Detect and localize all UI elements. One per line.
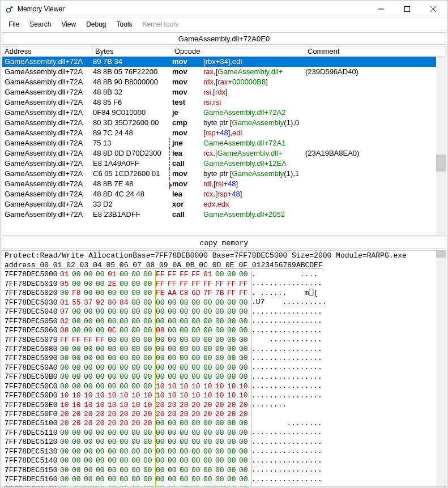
hex-byte[interactable]: 20 [156, 401, 168, 410]
hex-byte[interactable]: 00 [156, 298, 168, 307]
hex-byte[interactable]: 20 [227, 401, 239, 410]
hex-byte[interactable]: 20 [180, 410, 191, 419]
hex-byte[interactable]: 10 [143, 401, 155, 410]
hex-byte[interactable]: 00 [215, 429, 227, 438]
hex-byte[interactable]: FF [156, 280, 168, 289]
hex-byte[interactable]: FF [180, 280, 191, 289]
hex-byte[interactable]: 00 [84, 363, 96, 373]
hex-row[interactable]: 7FF78DEC5130 00 00 00 00 00 00 00 00 00 … [5, 447, 443, 456]
hex-byte[interactable]: 00 [60, 363, 72, 373]
hex-byte[interactable]: 00 [156, 456, 168, 465]
hex-byte[interactable]: 00 [131, 447, 143, 456]
hex-byte[interactable]: 0C [108, 326, 120, 335]
hex-byte[interactable]: 20 [215, 401, 227, 410]
hex-byte[interactable]: 00 [180, 326, 191, 335]
hex-byte[interactable]: 20 [72, 410, 84, 419]
hex-byte[interactable]: 00 [84, 307, 96, 316]
hex-byte[interactable]: 00 [143, 298, 155, 307]
hex-byte[interactable]: FF [215, 280, 227, 289]
hex-byte[interactable]: 00 [191, 354, 203, 363]
hex-byte[interactable]: 10 [168, 391, 180, 400]
hex-byte[interactable]: 00 [227, 354, 239, 363]
disasm-row[interactable]: GameAssembly.dll+72A75 13jneGameAssembly… [2, 138, 446, 148]
hex-byte[interactable]: 00 [180, 373, 191, 382]
hex-byte[interactable]: 00 [84, 373, 96, 382]
hex-byte[interactable]: FF [239, 289, 251, 298]
disasm-scrollbar[interactable] [436, 57, 446, 235]
hex-byte[interactable]: F8 [72, 289, 84, 298]
hex-byte[interactable]: 00 [72, 456, 84, 465]
hex-byte[interactable]: 00 [120, 354, 131, 363]
hex-byte[interactable]: 00 [215, 354, 227, 363]
hex-row[interactable]: 7FF78DEC5110 00 00 00 00 00 00 00 00 00 … [5, 428, 443, 437]
hex-byte[interactable]: 00 [120, 373, 131, 382]
hex-row[interactable]: 7FF78DEC5120 00 00 00 00 00 00 00 00 00 … [5, 438, 443, 447]
hex-byte[interactable]: 00 [60, 289, 72, 298]
hex-byte[interactable]: 00 [156, 345, 168, 354]
hex-byte[interactable]: 00 [156, 354, 168, 363]
hex-byte[interactable]: 00 [191, 336, 203, 345]
hex-byte[interactable]: 00 [131, 456, 143, 465]
hex-byte[interactable]: 00 [191, 456, 203, 465]
hex-byte[interactable]: 00 [191, 419, 203, 428]
hex-byte[interactable]: 00 [215, 466, 227, 475]
hex-byte[interactable]: 00 [191, 317, 203, 326]
hex-byte[interactable]: 00 [120, 270, 131, 279]
hex-byte[interactable]: 20 [191, 401, 203, 410]
hex-byte[interactable]: 00 [156, 466, 168, 475]
hex-byte[interactable]: 00 [60, 475, 72, 484]
hex-byte[interactable]: 00 [108, 475, 120, 484]
hex-row[interactable]: 7FF78DEC5050 02 00 00 00 00 00 00 00 00 … [5, 316, 443, 326]
scrollbar-thumb[interactable] [436, 155, 446, 172]
hex-byte[interactable]: 00 [203, 485, 215, 487]
hex-byte[interactable]: 00 [215, 447, 227, 456]
hex-byte[interactable]: 20 [131, 410, 143, 419]
hex-row[interactable]: 7FF78DEC5040 07 00 00 00 00 00 00 00 00 … [5, 307, 443, 316]
hex-byte[interactable]: 10 [143, 391, 155, 400]
hex-byte[interactable]: 00 [143, 270, 155, 279]
hex-byte[interactable]: 00 [156, 373, 168, 382]
hex-row[interactable]: 7FF78DEC5160 00 00 00 00 00 00 00 00 00 … [5, 475, 443, 484]
hex-row[interactable]: 7FF78DEC5170 00 00 00 00 00 00 00 00 00 … [5, 484, 443, 487]
hex-byte[interactable]: 00 [168, 373, 180, 382]
hex-byte[interactable]: 00 [191, 345, 203, 354]
hex-byte[interactable]: 00 [203, 298, 215, 307]
menu-debug[interactable]: Debug [82, 19, 110, 30]
hex-byte[interactable]: 00 [120, 307, 131, 316]
hex-row[interactable]: 7FF78DEC5150 00 00 00 00 00 00 00 00 00 … [5, 465, 443, 474]
hex-byte[interactable]: 00 [239, 447, 251, 456]
hex-byte[interactable]: 00 [227, 438, 239, 447]
hex-byte[interactable]: 00 [203, 354, 215, 363]
hex-byte[interactable]: 00 [108, 345, 120, 354]
hex-byte[interactable]: 00 [227, 475, 239, 484]
hex-byte[interactable]: 10 [108, 401, 120, 410]
hex-byte[interactable]: 00 [239, 298, 251, 307]
hex-byte[interactable]: 05 [60, 280, 72, 289]
titlebar[interactable]: Memory Viewer [1, 1, 447, 18]
hex-byte[interactable]: 01 [60, 298, 72, 307]
hex-byte[interactable]: 00 [156, 336, 168, 345]
hex-byte[interactable]: 00 [131, 345, 143, 354]
hex-byte[interactable]: 10 [191, 382, 203, 391]
hex-byte[interactable]: 00 [239, 456, 251, 465]
disasm-row[interactable]: GameAssembly.dll+72A48 8B 7E 48movrdi,[r… [2, 179, 446, 189]
hex-byte[interactable]: 00 [180, 354, 191, 363]
hex-byte[interactable]: 10 [96, 401, 108, 410]
hex-byte[interactable]: 10 [168, 382, 180, 391]
hex-byte[interactable]: 00 [215, 270, 227, 279]
disasm-row[interactable]: GameAssembly.dll+72A0F84 9C010000jeGameA… [2, 108, 446, 118]
hex-byte[interactable]: 00 [203, 447, 215, 456]
hex-byte[interactable]: FF [96, 336, 108, 345]
hex-byte[interactable]: 10 [131, 391, 143, 400]
hex-byte[interactable]: 00 [120, 456, 131, 465]
hex-byte[interactable]: 00 [84, 354, 96, 363]
hex-byte[interactable]: 00 [180, 447, 191, 456]
hex-byte[interactable]: 00 [60, 429, 72, 438]
hex-byte[interactable]: 00 [191, 307, 203, 316]
hex-byte[interactable]: 00 [60, 354, 72, 363]
hex-byte[interactable]: 37 [84, 298, 96, 307]
hex-byte[interactable]: 00 [120, 363, 131, 373]
hex-byte[interactable]: 00 [60, 485, 72, 487]
hex-byte[interactable]: 00 [203, 363, 215, 373]
disasm-row[interactable]: GameAssembly.dll+72A89 7C 24 48mov[rsp+4… [2, 128, 446, 138]
